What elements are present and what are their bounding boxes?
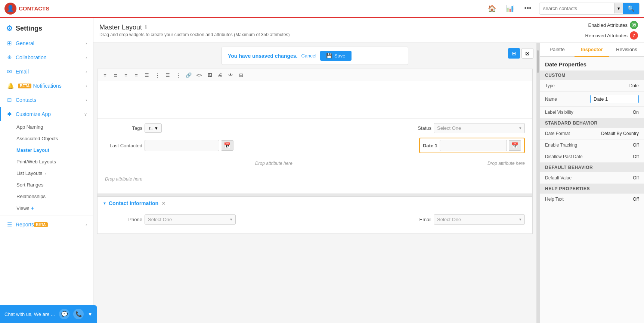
- cancel-link[interactable]: Cancel: [301, 53, 316, 59]
- help-text-label: Help Text: [545, 197, 633, 202]
- logo-icon: 👤: [4, 3, 16, 15]
- chart-button[interactable]: 📊: [503, 2, 517, 15]
- indent-button[interactable]: ☰: [163, 70, 172, 79]
- tab-inspector[interactable]: Inspector: [575, 43, 609, 57]
- align-left-button[interactable]: ≡: [100, 70, 109, 79]
- gear-icon: ⚙: [6, 24, 13, 33]
- tags-status-row: Tags 🏷 ▾ Status Select One: [105, 123, 525, 133]
- date1-input[interactable]: [440, 140, 507, 151]
- customize-icon: ✱: [7, 111, 12, 117]
- sidebar-item-reports[interactable]: ☰ Reports BETA ›: [0, 217, 93, 232]
- more-button[interactable]: •••: [521, 2, 535, 15]
- scroll-thumb: [537, 50, 539, 73]
- sidebar-item-customize[interactable]: ✱ Customize App ∨: [0, 107, 93, 121]
- code-button[interactable]: <>: [195, 70, 204, 79]
- sub-item-list-layouts[interactable]: List Layouts ›: [10, 167, 93, 179]
- disallow-past-value: Off: [633, 154, 639, 159]
- sidebar-header: ⚙ Settings: [0, 18, 93, 36]
- email-icon: ✉: [7, 68, 12, 75]
- sidebar-item-email[interactable]: ✉ Email ›: [0, 65, 93, 79]
- label-visibility-value: On: [633, 110, 639, 115]
- sidebar-item-label: Reports: [16, 222, 34, 228]
- search-input[interactable]: [539, 3, 614, 13]
- collapse-icon[interactable]: ▾: [103, 201, 106, 206]
- calendar-icon[interactable]: 📅: [222, 140, 233, 151]
- date-format-row: Date Format Default By Country: [540, 128, 644, 139]
- sidebar-item-label: Customize App: [16, 111, 51, 117]
- chevron-icon: ›: [44, 171, 46, 176]
- link-button[interactable]: 🔗: [184, 70, 193, 79]
- page-subtitle: Drag and drop widgets to create your cus…: [99, 32, 581, 37]
- remove-section-icon[interactable]: ✕: [161, 200, 166, 206]
- enable-tracking-row: Enable Tracking Off: [540, 139, 644, 151]
- sub-item-print-layouts[interactable]: Print/Web Layouts: [10, 156, 93, 167]
- mobile-view-button[interactable]: ⊠: [521, 48, 533, 59]
- chevron-icon: ›: [86, 55, 87, 60]
- type-row: Type Date: [540, 80, 644, 92]
- email-label: Email: [394, 217, 431, 222]
- sidebar-item-collaboration[interactable]: ✳ Collaboration ›: [0, 50, 93, 65]
- sub-item-app-naming[interactable]: App Naming: [10, 121, 93, 133]
- reports-beta-badge: BETA: [34, 222, 47, 227]
- sub-item-relationships[interactable]: Relationships: [10, 191, 93, 202]
- tags-button[interactable]: 🏷 ▾: [145, 123, 162, 133]
- chevron-expand-icon: ∨: [84, 112, 87, 117]
- tab-revisions[interactable]: Revisions: [609, 43, 644, 57]
- contacts-icon: ⊟: [7, 97, 12, 103]
- search-dropdown-button[interactable]: ▾: [614, 3, 623, 13]
- default-behavior-header: Default Behavior: [540, 163, 644, 172]
- print-button[interactable]: 🖨: [216, 70, 225, 79]
- sidebar-item-general[interactable]: ⊞ General ›: [0, 36, 93, 50]
- last-contacted-input[interactable]: [145, 140, 219, 151]
- properties-title: Date Properties: [540, 57, 644, 70]
- rich-text-area[interactable]: [97, 81, 532, 119]
- last-contacted-label: Last Contacted: [105, 143, 142, 148]
- add-view-icon: +: [31, 205, 34, 211]
- sidebar-item-notifications[interactable]: 🔔 BETA Notifications ›: [0, 79, 93, 93]
- sidebar-item-contacts[interactable]: ⊟ Contacts ›: [0, 93, 93, 107]
- list-button[interactable]: ☰: [142, 70, 151, 79]
- sub-item-associated-objects[interactable]: Associated Objects: [10, 133, 93, 144]
- preview-button[interactable]: 👁: [226, 70, 235, 79]
- collaboration-icon: ✳: [7, 54, 12, 61]
- align-justify-button[interactable]: ≡: [132, 70, 141, 79]
- app-logo[interactable]: 👤 CONTACTS: [4, 3, 49, 15]
- sub-item-master-layout[interactable]: Master Layout: [10, 144, 93, 156]
- status-field: Status Select One ▾: [394, 123, 525, 133]
- image-button[interactable]: 🖼: [205, 70, 214, 79]
- table-button[interactable]: ⊞: [236, 70, 245, 79]
- dates-row: Last Contacted 📅 Date 1 📅: [105, 138, 525, 153]
- removed-count: 7: [630, 31, 638, 40]
- sidebar-item-label: Email: [16, 69, 29, 75]
- name-label: Name: [545, 97, 590, 102]
- align-right-button[interactable]: ≡: [121, 70, 130, 79]
- default-value-row: Default Value Off: [540, 172, 644, 184]
- tab-palette[interactable]: Palette: [540, 43, 575, 57]
- search-go-button[interactable]: 🔍: [623, 3, 639, 14]
- default-value-value: Off: [633, 175, 639, 181]
- desktop-view-button[interactable]: ⊞: [508, 48, 520, 59]
- align-center-button[interactable]: ≣: [111, 70, 120, 79]
- disallow-past-date-row: Disallow Past Date Off: [540, 151, 644, 163]
- date1-calendar-icon[interactable]: 📅: [509, 140, 521, 151]
- name-input[interactable]: [590, 95, 639, 103]
- outdent-button[interactable]: ⋮: [174, 70, 183, 79]
- chat-widget[interactable]: Chat with us, We are ... 💬 📞 ▼: [0, 305, 97, 323]
- top-navigation: 👤 CONTACTS 🏠 📊 ••• ▾ 🔍: [0, 0, 644, 18]
- page-title: Master Layout ℹ: [99, 23, 581, 31]
- sub-item-sort-ranges[interactable]: Sort Ranges: [10, 179, 93, 191]
- label-visibility-row: Label Visibility On: [540, 107, 644, 118]
- vertical-scrollbar[interactable]: [536, 43, 539, 323]
- status-select[interactable]: Select One: [434, 123, 516, 133]
- standard-behavior-header: Standard Behavior: [540, 118, 644, 128]
- sub-item-views[interactable]: Views +: [10, 202, 93, 214]
- save-button[interactable]: 💾 Save: [320, 51, 352, 61]
- drop-zone-1: Drop attribute here: [255, 158, 292, 169]
- home-button[interactable]: 🏠: [485, 2, 499, 15]
- phone-select[interactable]: Select One: [145, 215, 227, 224]
- email-select[interactable]: Select One: [434, 215, 516, 224]
- ordered-list-button[interactable]: ⋮: [153, 70, 162, 79]
- type-label: Type: [545, 83, 629, 88]
- removed-label: Removed Attributes: [585, 33, 628, 38]
- sidebar: ⚙ Settings ⊞ General › ✳ Collaboration ›…: [0, 18, 93, 323]
